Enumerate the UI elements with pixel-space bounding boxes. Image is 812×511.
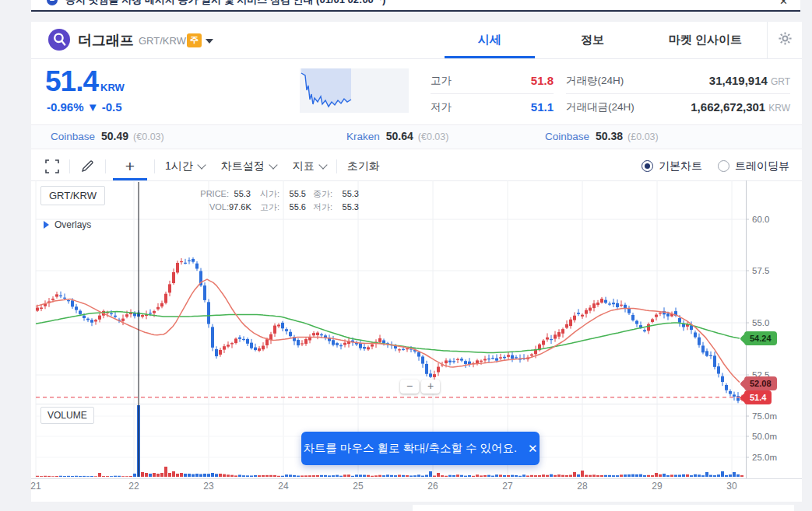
zoom-out-button[interactable]: − xyxy=(400,380,419,394)
svg-text:60.0: 60.0 xyxy=(752,215,769,224)
svg-text:57.5: 57.5 xyxy=(752,266,769,275)
svg-text:29: 29 xyxy=(652,481,663,492)
ma-slow-price-tag: 54.24 xyxy=(744,331,777,345)
svg-text:24: 24 xyxy=(278,481,289,492)
zoom-in-button[interactable]: + xyxy=(421,380,440,394)
svg-text:25.0m: 25.0m xyxy=(752,453,777,462)
svg-text:27: 27 xyxy=(502,481,513,492)
ohlc-info-rows: PRICE:55.3시가:55.5종가:55.3 VOL:97.6K고가:55.… xyxy=(195,187,359,214)
svg-text:75.0m: 75.0m xyxy=(752,411,777,421)
overlays-toggle[interactable]: Overlays xyxy=(44,219,91,230)
page: 공지 빗썸을 사칭 메시지 증가 일시 및 서비스 점검 안내 (01/01 0… xyxy=(0,0,812,511)
volume-label-box: VOLUME xyxy=(40,407,94,424)
svg-text:55.0: 55.0 xyxy=(752,318,769,327)
ma-fast-price-tag: 52.08 xyxy=(744,376,777,390)
tooltip-text: 차트를 마우스 휠로 확대/축소할 수 있어요. xyxy=(303,441,517,456)
svg-text:22: 22 xyxy=(128,481,139,492)
triangle-right-icon xyxy=(44,221,49,229)
chart-hint-tooltip: 차트를 마우스 휠로 확대/축소할 수 있어요. ✕ xyxy=(301,432,540,465)
last-price-tag: 51.4 xyxy=(744,390,772,404)
svg-text:50.0m: 50.0m xyxy=(752,432,777,441)
svg-text:30: 30 xyxy=(726,481,737,492)
svg-text:23: 23 xyxy=(203,481,214,492)
moving-averages xyxy=(36,279,740,383)
svg-text:25: 25 xyxy=(353,481,364,492)
chart-symbol-box: GRT/KRW xyxy=(40,186,105,205)
candlesticks xyxy=(36,257,743,403)
tooltip-close-icon[interactable]: ✕ xyxy=(528,442,538,456)
svg-text:21: 21 xyxy=(30,481,41,492)
svg-text:28: 28 xyxy=(577,481,588,492)
svg-text:26: 26 xyxy=(427,481,438,492)
